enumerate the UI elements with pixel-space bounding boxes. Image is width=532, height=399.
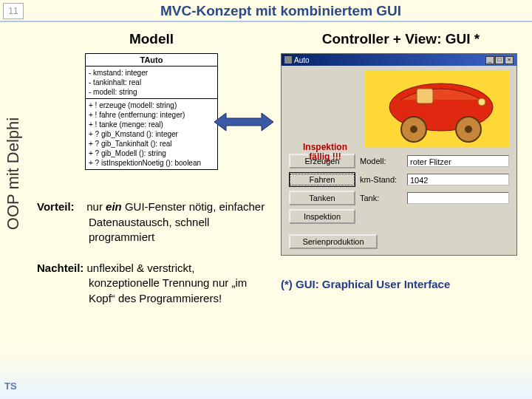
uml-attr: - kmstand: integer [89,68,214,78]
tank-field[interactable] [407,192,509,204]
uml-op: + ! tanke (menge: real) [89,120,214,129]
svg-marker-0 [214,113,273,131]
uml-class-box: TAuto - kmstand: integer - tankinhalt: r… [85,53,218,170]
km-field[interactable]: 1042 [407,174,509,185]
heading-controller-view: Controller + View: GUI * [281,31,521,47]
svg-point-5 [410,126,417,133]
vorteil-label: Vorteil: [37,200,75,213]
inspection-warning: Inspektion fällig !!! [292,143,358,162]
heading-modell: Modell [37,31,266,47]
slide-title-bar: MVC-Konzept mit kombiniertem GUI [30,0,532,22]
uml-op: + ? gib_Tankinhalt (): real [89,139,214,149]
sidebar-vertical-label: OOP mit Delphi [1,89,25,259]
modell-field[interactable]: roter Flitzer [407,155,509,167]
svg-rect-3 [417,89,433,103]
fahren-button[interactable]: Fahren [289,172,355,187]
app-icon [284,56,292,64]
uml-op: + ? gib_Kmstand (): integer [89,129,214,139]
car-image-area [365,70,509,148]
title-underline [0,21,532,22]
fahren-button-inner: Fahren [290,174,355,185]
gui-footnote: (*) GUI: Graphical User Interface [281,278,521,290]
minimize-button[interactable]: _ [485,56,494,64]
close-button[interactable]: × [505,56,514,64]
nachteil-block: Nachteil: unflexibel & verstrickt, konze… [37,261,266,306]
tanken-button[interactable]: Tanken [289,191,355,205]
serienproduktion-button[interactable]: Serienproduktion [289,234,378,249]
column-modell: Modell TAuto - kmstand: integer - tankin… [37,31,266,322]
nachteil-text: unflexibel & verstrickt, konzeptionelle … [87,262,248,304]
uml-op: + ! erzeuge (modell: string) [89,100,214,110]
slide-number-box: 11 [3,3,24,19]
km-label: km-Stand: [360,175,403,184]
pros-cons-block: Vorteil: nur ein GUI-Fenster nötig, einf… [37,200,266,306]
nachteil-label: Nachteil: [37,262,83,274]
uml-op: + ! fahre (entfernung: integer) [89,110,214,120]
window-titlebar: Auto _ □ × [282,54,516,66]
inspection-warning-line1: Inspektion [303,142,347,152]
author-initials: TS [4,381,17,392]
window-title: Auto [294,56,310,64]
modell-label: Modell: [360,157,403,166]
column-controller-view: Controller + View: GUI * Auto _ □ × [281,31,521,290]
double-arrow-icon [214,111,273,136]
vorteil-text-em: ein [106,200,122,213]
svg-point-7 [465,126,472,133]
controls-grid: Erzeugen Modell: roter Flitzer Fahren km… [282,151,516,255]
window-buttons: _ □ × [485,56,514,64]
vorteil-block: Vorteil: nur ein GUI-Fenster nötig, einf… [37,200,266,245]
svg-point-8 [478,98,485,106]
uml-op: + ? istInspektionNoetig (): boolean [89,158,214,168]
uml-attr: - modell: string [89,87,214,97]
inspection-warning-line2: fällig !!! [309,151,341,162]
uml-operations: + ! erzeuge (modell: string) + ! fahre (… [86,99,217,169]
inspektion-button[interactable]: Inspektion [289,209,355,224]
vorteil-text-pre: nur [86,200,103,213]
car-icon [371,74,504,144]
app-window: Auto _ □ × [281,53,517,256]
uml-op: + ? gib_Modell (): string [89,149,214,158]
uml-attributes: - kmstand: integer - tankinhalt: real - … [86,66,217,99]
slide-title: MVC-Konzept mit kombiniertem GUI [160,3,401,19]
sidebar-text: OOP mit Delphi [4,117,23,230]
uml-attr: - tankinhalt: real [89,78,214,87]
uml-class-name: TAuto [86,54,217,66]
tank-label: Tank: [360,194,403,202]
maximize-button[interactable]: □ [495,56,504,64]
